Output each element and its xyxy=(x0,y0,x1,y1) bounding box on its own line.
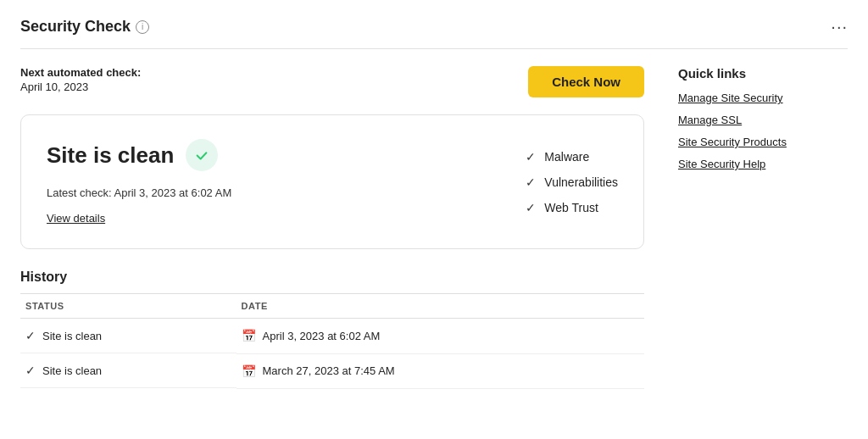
history-table: STATUS DATE ✓ Site is clean 📅 April 3, 2… xyxy=(20,293,644,389)
history-section: History STATUS DATE ✓ Site is clean � xyxy=(20,270,644,389)
clean-check-circle xyxy=(186,139,218,171)
checkmark-icon: ✓ xyxy=(526,201,536,214)
status-title: Site is clean xyxy=(47,142,174,169)
content-layout: Next automated check: April 10, 2023 Che… xyxy=(20,66,848,389)
list-item: Site Security Help xyxy=(678,157,848,170)
info-icon[interactable]: i xyxy=(136,20,149,34)
view-details-link[interactable]: View details xyxy=(47,212,105,225)
check-label: Web Trust xyxy=(544,201,598,214)
row-checkmark-icon: ✓ xyxy=(25,329,36,342)
calendar-icon: 📅 xyxy=(242,329,256,342)
next-check-section: Next automated check: April 10, 2023 Che… xyxy=(20,66,644,97)
history-status-cell: ✓ Site is clean xyxy=(20,319,236,353)
status-card: Site is clean Latest check: April 3, 202… xyxy=(20,114,644,249)
check-label: Vulnerabilities xyxy=(544,175,618,189)
row-status-text: Site is clean xyxy=(42,330,102,342)
checkmark-icon: ✓ xyxy=(526,175,536,189)
status-checks: ✓Malware✓Vulnerabilities✓Web Trust xyxy=(509,150,618,214)
check-item: ✓Malware xyxy=(526,150,618,164)
next-check-label: Next automated check: xyxy=(20,66,141,79)
quick-link[interactable]: Manage SSL xyxy=(678,114,742,126)
list-item: Manage SSL xyxy=(678,113,848,126)
table-row: ✓ Site is clean 📅 March 27, 2023 at 7:45… xyxy=(20,353,644,388)
list-item: Site Security Products xyxy=(678,135,848,148)
header-left: Security Check i xyxy=(20,18,149,36)
row-checkmark-icon: ✓ xyxy=(25,364,36,377)
status-column-header: STATUS xyxy=(20,294,236,319)
main-content: Next automated check: April 10, 2023 Che… xyxy=(20,66,644,389)
latest-check-text: Latest check: April 3, 2023 at 6:02 AM xyxy=(47,186,483,199)
clean-checkmark-icon xyxy=(194,147,209,163)
quick-link[interactable]: Site Security Products xyxy=(678,136,787,148)
page-title: Security Check xyxy=(20,18,131,36)
calendar-icon: 📅 xyxy=(242,364,256,378)
next-check-date: April 10, 2023 xyxy=(20,81,141,93)
history-status-cell: ✓ Site is clean xyxy=(20,353,236,388)
status-left: Site is clean Latest check: April 3, 202… xyxy=(47,139,483,225)
date-column-header: DATE xyxy=(236,294,644,319)
history-date-cell: 📅 April 3, 2023 at 6:02 AM xyxy=(236,319,644,354)
row-date-text: April 3, 2023 at 6:02 AM xyxy=(263,330,381,342)
history-table-body: ✓ Site is clean 📅 April 3, 2023 at 6:02 … xyxy=(20,319,644,389)
quick-link[interactable]: Site Security Help xyxy=(678,158,765,170)
quick-link[interactable]: Manage Site Security xyxy=(678,92,783,104)
more-options-icon[interactable]: ··· xyxy=(831,17,848,36)
check-now-button[interactable]: Check Now xyxy=(528,66,644,97)
quick-links-list: Manage Site SecurityManage SSLSite Secur… xyxy=(678,91,848,170)
next-check-info: Next automated check: April 10, 2023 xyxy=(20,66,141,93)
sidebar: Quick links Manage Site SecurityManage S… xyxy=(678,66,848,389)
list-item: Manage Site Security xyxy=(678,91,848,104)
history-table-head: STATUS DATE xyxy=(20,294,644,319)
check-label: Malware xyxy=(544,150,589,164)
table-row: ✓ Site is clean 📅 April 3, 2023 at 6:02 … xyxy=(20,319,644,354)
page-header: Security Check i ··· xyxy=(20,17,848,49)
checkmark-icon: ✓ xyxy=(526,150,536,164)
check-item: ✓Web Trust xyxy=(526,201,618,214)
history-title: History xyxy=(20,270,644,285)
row-status-text: Site is clean xyxy=(42,364,102,377)
check-item: ✓Vulnerabilities xyxy=(526,175,618,189)
quick-links-title: Quick links xyxy=(678,66,848,81)
row-date-text: March 27, 2023 at 7:45 AM xyxy=(263,364,395,377)
history-date-cell: 📅 March 27, 2023 at 7:45 AM xyxy=(236,353,644,388)
status-title-row: Site is clean xyxy=(47,139,483,171)
